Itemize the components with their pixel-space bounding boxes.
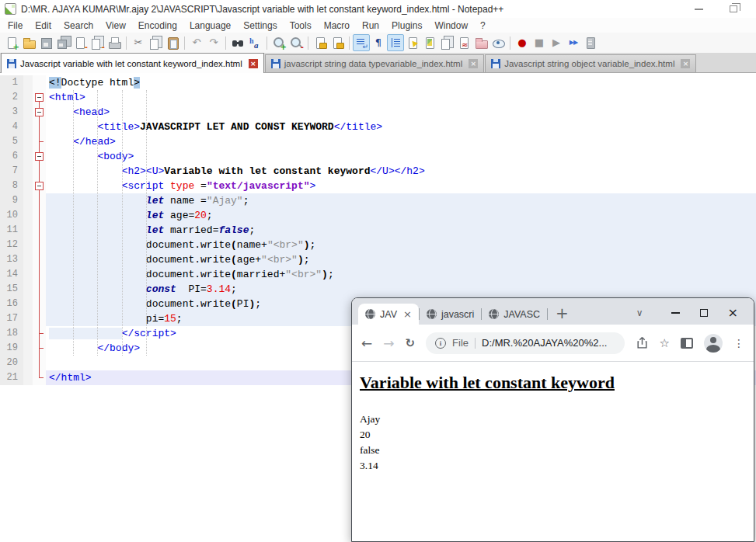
document-list-button[interactable] xyxy=(438,34,455,51)
forward-icon[interactable]: → xyxy=(383,335,394,351)
restore-icon[interactable] xyxy=(730,5,737,12)
paste-button[interactable] xyxy=(164,34,181,51)
browser-maximize-icon[interactable] xyxy=(700,309,708,317)
menu-window[interactable]: Window xyxy=(428,19,474,32)
menu-settings[interactable]: Settings xyxy=(237,19,283,32)
menu-search[interactable]: Search xyxy=(57,19,99,32)
browser-menu-icon[interactable]: ⋮ xyxy=(733,338,744,349)
code-text[interactable]: let name ="Ajay"; xyxy=(46,193,756,208)
print-button[interactable] xyxy=(106,34,123,51)
word-wrap-button[interactable] xyxy=(353,34,370,51)
omnibox[interactable]: i File D:/MR.%20AJAYA%20%2... xyxy=(426,332,624,354)
menu-tools[interactable]: Tools xyxy=(284,19,318,32)
redo-button[interactable]: ↷ xyxy=(205,34,222,51)
macro-stop-button[interactable]: ■ xyxy=(531,34,548,51)
macro-save-button[interactable] xyxy=(582,34,599,51)
save-all-button[interactable] xyxy=(54,34,71,51)
open-file-button[interactable] xyxy=(20,34,37,51)
code-text[interactable]: <title>JAVASCRIPT LET AND CONST KEYWORD<… xyxy=(46,120,756,134)
fold-margin xyxy=(33,356,46,370)
undo-button[interactable]: ↶ xyxy=(188,34,205,51)
browser-tab-3[interactable]: JAVASC xyxy=(482,304,547,325)
close-file-button[interactable]: - xyxy=(71,34,89,51)
line-number: 21 xyxy=(0,370,23,385)
close-all-button[interactable]: - xyxy=(89,34,106,51)
bookmark-star-icon[interactable]: ☆ xyxy=(660,336,670,350)
tab-close-icon[interactable]: × xyxy=(681,59,690,68)
cut-button[interactable]: ✂ xyxy=(130,34,147,51)
fold-collapse-icon[interactable] xyxy=(35,182,44,190)
save-file-button[interactable] xyxy=(37,34,54,51)
indent-guide-button[interactable] xyxy=(387,34,404,51)
code-text[interactable]: let age=20; xyxy=(46,208,756,223)
menu-language[interactable]: Language xyxy=(183,19,237,32)
notepadpp-titlebar[interactable]: D:\MR. AJAYA KUMAR\Mr.ajay 2\JAVASCRIPT\… xyxy=(0,0,756,18)
code-text[interactable]: <body> xyxy=(46,149,756,164)
document-tab-3[interactable]: Javascript string object variable_index.… xyxy=(485,54,696,72)
fold-collapse-icon[interactable] xyxy=(35,93,44,102)
fold-margin[interactable] xyxy=(33,149,46,164)
show-all-characters-button[interactable]: ¶ xyxy=(370,34,387,51)
code-text[interactable]: document.write(age+"<br>"); xyxy=(46,252,756,267)
fold-margin[interactable] xyxy=(33,90,46,105)
back-icon[interactable]: ← xyxy=(361,335,372,351)
share-icon[interactable] xyxy=(636,336,649,349)
code-text[interactable]: <h2><U>Variable with let constant keywor… xyxy=(46,164,756,179)
menu-edit[interactable]: Edit xyxy=(29,19,57,32)
menu-plugins[interactable]: Plugins xyxy=(385,19,428,32)
code-text[interactable]: let married=false; xyxy=(46,223,756,238)
fold-collapse-icon[interactable] xyxy=(35,108,44,116)
macro-play-button[interactable]: ▶ xyxy=(548,34,565,51)
macro-run-multiple-button[interactable]: ▶▶ xyxy=(565,34,582,51)
fold-collapse-icon[interactable] xyxy=(35,152,44,161)
browser-tab-1[interactable]: JAV× xyxy=(358,304,419,325)
tab-search-chevron-icon[interactable]: ∨ xyxy=(636,307,643,318)
browser-tab-2[interactable]: javascri xyxy=(420,304,481,325)
fold-margin[interactable] xyxy=(33,179,46,193)
document-map-button[interactable] xyxy=(421,34,438,51)
url-text[interactable]: D:/MR.%20AJAYA%20%2... xyxy=(482,337,607,349)
menu-run[interactable]: Run xyxy=(356,19,385,32)
folder-as-workspace-button[interactable] xyxy=(472,34,489,51)
function-list-button[interactable] xyxy=(455,34,472,51)
new-tab-button[interactable]: + xyxy=(556,305,569,321)
fold-margin[interactable] xyxy=(33,105,46,120)
code-text[interactable]: document.write(married+"<br>"); xyxy=(46,267,756,282)
menu-view[interactable]: View xyxy=(99,19,132,32)
find-button[interactable] xyxy=(229,34,246,51)
profile-avatar[interactable] xyxy=(704,334,723,353)
code-text[interactable]: <script type ="text/javascript"> xyxy=(46,179,756,193)
browser-close-icon[interactable]: × xyxy=(728,307,738,318)
macro-record-button[interactable]: ● xyxy=(514,34,531,51)
document-tab-2[interactable]: javascript string data typevariable_inde… xyxy=(265,54,484,72)
sync-horizontal-scroll-button[interactable] xyxy=(329,34,346,51)
document-monitor-button[interactable] xyxy=(489,34,507,51)
code-text[interactable]: <!Doctype html> xyxy=(46,75,756,90)
copy-button[interactable] xyxy=(147,34,164,51)
tab-close-icon[interactable]: × xyxy=(469,59,478,68)
sync-vertical-scroll-button[interactable] xyxy=(312,34,329,51)
code-text[interactable]: <html> xyxy=(46,90,756,105)
code-text[interactable]: <head> xyxy=(46,105,756,120)
function-completion-button[interactable] xyxy=(404,34,421,51)
replace-button[interactable] xyxy=(246,34,263,51)
menu-encoding[interactable]: Encoding xyxy=(132,19,183,32)
new-file-button[interactable]: + xyxy=(3,34,20,51)
reload-icon[interactable]: ↻ xyxy=(406,336,416,350)
menu-macro[interactable]: Macro xyxy=(318,19,356,32)
minimize-icon[interactable] xyxy=(695,9,703,10)
tab-close-icon[interactable]: × xyxy=(249,59,258,68)
menu-help[interactable]: ? xyxy=(474,19,492,32)
code-text[interactable]: </head> xyxy=(46,134,756,149)
zoom-in-button[interactable]: + xyxy=(270,34,287,51)
document-tab-1[interactable]: Javascript variable with let constant ke… xyxy=(1,53,264,73)
browser-minimize-icon[interactable] xyxy=(671,312,680,314)
code-text[interactable]: const PI=3.14; xyxy=(46,282,756,297)
code-segment: ; xyxy=(310,239,316,251)
page-info-icon[interactable]: i xyxy=(435,338,446,349)
zoom-out-button[interactable]: - xyxy=(287,34,305,51)
browser-tab-close-icon[interactable]: × xyxy=(403,309,412,319)
code-text[interactable]: document.write(name+"<br>"); xyxy=(46,238,756,252)
side-panel-icon[interactable] xyxy=(681,338,693,349)
menu-file[interactable]: File xyxy=(2,19,29,32)
